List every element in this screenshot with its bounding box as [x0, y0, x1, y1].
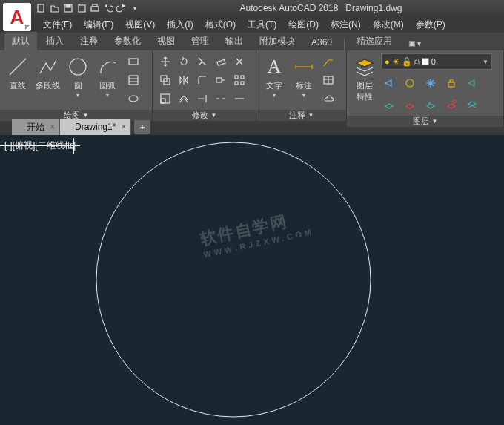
menu-modify[interactable]: 修改(M) — [367, 17, 410, 33]
erase-icon[interactable] — [213, 53, 229, 70]
ribbon-tabs: 默认 插入 注释 参数化 视图 管理 输出 附加模块 A360 精选应用 ▣ ▾ — [0, 33, 504, 50]
menu-dimension[interactable]: 标注(N) — [325, 17, 367, 33]
hatch-icon[interactable] — [125, 72, 142, 88]
panel-layer-title[interactable]: 图层▼ — [347, 116, 503, 127]
tab-start[interactable]: 开始 — [12, 119, 60, 135]
move-icon[interactable] — [157, 53, 173, 70]
offset-icon[interactable] — [176, 90, 192, 107]
circle-button[interactable]: 圆▼ — [64, 53, 91, 99]
new-tab-button[interactable]: + — [134, 120, 150, 134]
tab-annotate[interactable]: 注释 — [73, 32, 105, 50]
layer-off-icon[interactable] — [402, 75, 418, 91]
menu-insert[interactable]: 插入(I) — [161, 17, 199, 33]
redo-icon[interactable] — [116, 2, 127, 14]
qat-dropdown-icon[interactable]: ▼ — [129, 2, 141, 14]
bulb-icon: ● — [385, 57, 390, 66]
svg-rect-4 — [91, 7, 99, 11]
scale-icon[interactable] — [157, 90, 173, 107]
new-icon[interactable] — [36, 2, 47, 14]
tab-a360[interactable]: A360 — [304, 34, 339, 50]
layer-previous-icon[interactable] — [422, 96, 439, 113]
title-bar: ▼ Autodesk AutoCAD 2018 Drawing1.dwg — [0, 0, 504, 16]
panel-annot-title[interactable]: 注释▼ — [256, 110, 346, 121]
layer-freeze-icon[interactable] — [422, 75, 439, 91]
explode-icon[interactable] — [231, 53, 248, 70]
svg-rect-14 — [216, 78, 222, 82]
undo-icon[interactable] — [102, 2, 114, 14]
svg-rect-18 — [241, 82, 244, 85]
layer-dropdown[interactable]: ● ☀ 🔓 ⎙ 0 ▼ — [381, 53, 492, 70]
layer-state-icon[interactable] — [381, 75, 397, 91]
tab-output[interactable]: 输出 — [218, 32, 251, 50]
copy-icon[interactable] — [157, 72, 173, 88]
fillet-icon[interactable] — [194, 72, 210, 88]
menu-parametric[interactable]: 参数(P) — [410, 17, 451, 33]
break-icon[interactable] — [213, 90, 229, 107]
tab-addins[interactable]: 附加模块 — [252, 32, 302, 50]
ribbon: 直线 多段线 圆▼ 圆弧▼ 绘图▼ — [0, 50, 504, 119]
trim-icon[interactable] — [194, 53, 210, 70]
panel-modify-title[interactable]: 修改▼ — [153, 110, 256, 121]
layer-isolate-icon[interactable] — [402, 96, 418, 113]
extend-icon[interactable] — [194, 90, 210, 107]
tab-insert[interactable]: 插入 — [39, 32, 71, 50]
print-icon: ⎙ — [414, 57, 420, 66]
quick-access-toolbar: ▼ — [36, 2, 141, 14]
tab-featured[interactable]: 精选应用 — [349, 32, 399, 50]
tab-parametric[interactable]: 参数化 — [107, 32, 148, 50]
polyline-button[interactable]: 多段线 — [34, 53, 62, 93]
array-icon[interactable] — [231, 72, 248, 88]
rectangle-icon[interactable] — [125, 53, 142, 70]
menu-edit[interactable]: 编辑(E) — [78, 17, 119, 33]
table-icon[interactable] — [320, 72, 336, 88]
layer-walk-icon[interactable] — [443, 96, 460, 113]
menu-draw[interactable]: 绘图(D) — [282, 17, 325, 33]
ellipse-icon[interactable] — [125, 90, 142, 107]
line-button[interactable]: 直线 — [4, 53, 31, 93]
tab-drawing1[interactable]: Drawing1* — [60, 119, 131, 135]
rotate-icon[interactable] — [176, 53, 192, 70]
svg-rect-3 — [79, 5, 85, 12]
tab-default[interactable]: 默认 — [4, 32, 37, 50]
menu-view[interactable]: 视图(V) — [119, 17, 161, 33]
sun-icon: ☀ — [392, 57, 399, 67]
svg-rect-0 — [38, 4, 44, 12]
layer-match-icon[interactable] — [464, 75, 480, 91]
stretch-icon[interactable] — [213, 72, 229, 88]
layer-lock-icon[interactable] — [443, 75, 460, 91]
layer-make-current-icon[interactable] — [381, 96, 397, 113]
svg-line-6 — [10, 59, 26, 75]
tab-manage[interactable]: 管理 — [184, 32, 216, 50]
app-name: Autodesk AutoCAD 2018 — [240, 3, 339, 13]
cloud-icon[interactable] — [320, 90, 336, 107]
saveas-icon[interactable] — [76, 2, 87, 14]
svg-rect-23 — [448, 82, 454, 87]
drawing-viewport[interactable]: [-][俯视][二维线框] 软件自学网 WWW.RJZXW.COM — [0, 135, 504, 425]
dimension-button[interactable]: 标注▼ — [291, 53, 317, 99]
tab-view[interactable]: 视图 — [150, 32, 182, 50]
leader-icon[interactable] — [320, 53, 336, 70]
svg-point-10 — [129, 96, 138, 102]
layer-merge-icon[interactable] — [464, 96, 480, 113]
svg-point-22 — [406, 79, 414, 87]
save-icon[interactable] — [62, 2, 74, 14]
layer-properties-button[interactable]: 图层 特性 — [351, 53, 378, 104]
tab-expand-icon[interactable]: ▣ ▾ — [401, 36, 428, 50]
arc-button[interactable]: 圆弧▼ — [94, 53, 121, 99]
menu-bar: 文件(F) 编辑(E) 视图(V) 插入(I) 格式(O) 工具(T) 绘图(D… — [0, 16, 504, 33]
menu-tools[interactable]: 工具(T) — [242, 17, 282, 33]
panel-draw: 直线 多段线 圆▼ 圆弧▼ 绘图▼ — [0, 50, 153, 118]
app-logo[interactable]: A — [3, 3, 31, 31]
open-icon[interactable] — [49, 2, 61, 14]
plot-icon[interactable] — [89, 2, 101, 14]
mirror-icon[interactable] — [176, 72, 192, 88]
join-icon[interactable] — [231, 90, 248, 107]
color-swatch — [422, 58, 429, 65]
tab-separator — [344, 39, 345, 50]
window-title: Autodesk AutoCAD 2018 Drawing1.dwg — [141, 3, 501, 13]
menu-format[interactable]: 格式(O) — [199, 17, 242, 33]
text-button[interactable]: A 文字▼ — [261, 53, 288, 99]
svg-rect-8 — [129, 59, 138, 65]
svg-rect-2 — [66, 4, 70, 7]
menu-file[interactable]: 文件(F) — [37, 17, 78, 33]
